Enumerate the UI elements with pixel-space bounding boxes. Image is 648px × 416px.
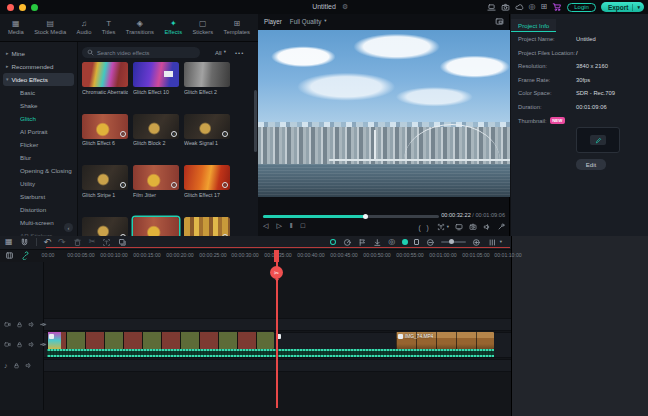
track-height-icon[interactable] xyxy=(488,238,497,247)
effect-card[interactable]: ↓Film Jitter xyxy=(133,165,179,215)
lock-icon[interactable] xyxy=(13,362,20,369)
mute-icon[interactable] xyxy=(483,223,491,231)
keyframe-icon[interactable] xyxy=(402,239,408,245)
sidebar-item-flicker[interactable]: Flicker xyxy=(0,138,77,151)
timeline-zoom-slider[interactable] xyxy=(441,241,466,243)
motion-track-icon[interactable] xyxy=(414,239,419,245)
eye-icon[interactable] xyxy=(40,321,47,328)
project-settings-icon[interactable]: ⚙ xyxy=(342,3,348,10)
effect-card[interactable]: Glitch Effect 10 xyxy=(133,62,179,112)
eye-icon[interactable] xyxy=(40,341,47,348)
display-icon[interactable] xyxy=(455,223,463,231)
screen-recorder-icon[interactable] xyxy=(487,3,496,12)
tab-stock-media[interactable]: ▤Stock Media xyxy=(34,20,66,35)
delete-icon[interactable] xyxy=(73,238,82,247)
timeline-clip-3[interactable]: IMG_74.MP4 xyxy=(396,332,494,349)
lock-icon[interactable] xyxy=(16,321,23,328)
record-icon[interactable]: ◎ xyxy=(529,3,536,11)
effect-card[interactable]: ↓Glitch Block 2 xyxy=(133,114,179,164)
lock-icon[interactable] xyxy=(16,341,23,348)
effect-card[interactable]: ↓Glitch Effect 17 xyxy=(184,165,230,215)
playhead-handle[interactable]: ✂ xyxy=(270,266,283,279)
export-frame-icon[interactable] xyxy=(373,238,382,247)
tab-media[interactable]: ▦Media xyxy=(8,20,24,35)
track-manager-icon[interactable]: ▦ xyxy=(5,238,13,246)
search-input[interactable]: Search video effects xyxy=(82,47,200,58)
export-button[interactable]: Export ▾ xyxy=(601,2,644,12)
tab-stickers[interactable]: ▢Stickers xyxy=(192,20,213,35)
media-track-icon[interactable] xyxy=(5,251,14,260)
play-button[interactable]: ▷ xyxy=(276,222,281,229)
plugins-grid-icon[interactable]: ⊞ xyxy=(541,3,548,11)
zoom-out-icon[interactable] xyxy=(426,238,435,247)
pip-preview-icon[interactable] xyxy=(495,17,504,26)
effect-card[interactable]: ↓Glitch Effect 16 xyxy=(184,217,230,236)
zoom-slider-handle[interactable] xyxy=(449,239,454,244)
crop-icon[interactable] xyxy=(102,238,111,247)
sidebar-group-mine[interactable]: ▸Mine xyxy=(0,47,77,60)
effect-card[interactable]: ↓Glitch Effect 6 xyxy=(82,114,128,164)
sidebar-item-blur[interactable]: Blur xyxy=(0,151,77,164)
video-preview[interactable] xyxy=(258,30,510,197)
sidebar-collapse-button[interactable]: ‹ xyxy=(64,223,73,232)
thumbnail-preview-box[interactable] xyxy=(576,127,620,153)
chevron-down-icon[interactable]: ▾ xyxy=(447,225,449,230)
effect-card[interactable]: ↓Glitch Stripe 1 xyxy=(82,165,128,215)
snapshot-camera-icon[interactable] xyxy=(469,223,477,231)
filter-all-dropdown[interactable]: All ▾ xyxy=(215,50,226,56)
timeline-clip-2[interactable] xyxy=(274,332,396,349)
effect-card-selected[interactable]: Glitch Effect 7 xyxy=(133,217,179,236)
sidebar-item-distortion[interactable]: Distortion xyxy=(0,203,77,216)
export-chevron-icon[interactable]: ▾ xyxy=(637,5,640,10)
chevron-down-icon[interactable]: ▾ xyxy=(500,240,502,245)
mute-icon[interactable] xyxy=(25,362,32,369)
cloud-icon[interactable] xyxy=(515,3,524,12)
login-button[interactable]: Login xyxy=(567,3,596,12)
sidebar-item-basic[interactable]: Basic xyxy=(0,86,77,99)
edit-thumbnail-button[interactable]: Edit xyxy=(576,159,606,170)
sidebar-item-starburst[interactable]: Starburst xyxy=(0,190,77,203)
snap-magnet-icon[interactable] xyxy=(20,238,29,247)
audio-track-lane[interactable] xyxy=(0,359,511,372)
tab-audio[interactable]: ♫Audio xyxy=(77,20,92,35)
audio-waveform-strip[interactable] xyxy=(47,349,494,357)
timeline-ruler[interactable]: 00:00 00:00:05:00 00:00:10:00 00:00:15:0… xyxy=(0,250,511,262)
effect-card[interactable]: Chromatic Aberration xyxy=(82,62,128,112)
sidebar-group-recommended[interactable]: ▸Recommended xyxy=(0,60,77,73)
mute-icon[interactable] xyxy=(28,321,35,328)
pause-button[interactable]: ‖ xyxy=(290,222,293,229)
timeline-tracks-area[interactable]: ♪ IMG_74.MP4 xyxy=(0,262,511,410)
edit-thumbnail-pencil-icon[interactable] xyxy=(590,135,606,145)
tab-effects[interactable]: ✦Effects xyxy=(164,20,182,35)
seek-bar[interactable] xyxy=(263,215,439,218)
sidebar-item-shake[interactable]: Shake xyxy=(0,99,77,112)
zoom-in-icon[interactable] xyxy=(472,238,481,247)
sidebar-item-ai-portrait[interactable]: AI Portrait xyxy=(0,125,77,138)
tab-templates[interactable]: ⊞Templates xyxy=(224,20,250,35)
close-window-button[interactable] xyxy=(7,4,14,11)
effects-scrollbar[interactable] xyxy=(254,90,257,152)
render-preview-icon[interactable] xyxy=(330,239,336,246)
minimize-window-button[interactable] xyxy=(19,4,26,11)
sidebar-item-opening-closing[interactable]: Opening & Closing xyxy=(0,164,77,177)
mark-in-out-icon[interactable]: ( ) xyxy=(419,224,431,231)
redo-icon[interactable]: ↷ xyxy=(58,238,66,247)
sidebar-item-utility[interactable]: Utility xyxy=(0,177,77,190)
video-track-2-lane[interactable] xyxy=(0,318,511,331)
sidebar-item-glitch[interactable]: Glitch xyxy=(0,112,77,125)
speed-icon[interactable] xyxy=(343,238,352,247)
effect-card[interactable]: Glitch Effect 2 xyxy=(184,62,230,112)
voiceover-record-icon[interactable]: ◎ xyxy=(388,238,395,246)
timeline-clip-1[interactable] xyxy=(47,332,274,349)
effect-card[interactable]: ↓Rock'n'Roll xyxy=(82,217,128,236)
mute-icon[interactable] xyxy=(28,341,35,348)
previous-frame-button[interactable]: ◁ xyxy=(263,222,268,229)
split-scissors-icon[interactable]: ✂ xyxy=(89,238,96,246)
store-cart-icon[interactable] xyxy=(552,2,562,12)
zoom-window-button[interactable] xyxy=(31,4,38,11)
playback-quality-dropdown[interactable]: Full Quality ▾ xyxy=(290,18,327,25)
copy-layers-icon[interactable] xyxy=(118,238,127,247)
more-options-button[interactable]: ••• xyxy=(235,50,244,56)
snapshot-icon[interactable] xyxy=(501,3,510,12)
undo-icon[interactable]: ↶ xyxy=(44,238,52,247)
